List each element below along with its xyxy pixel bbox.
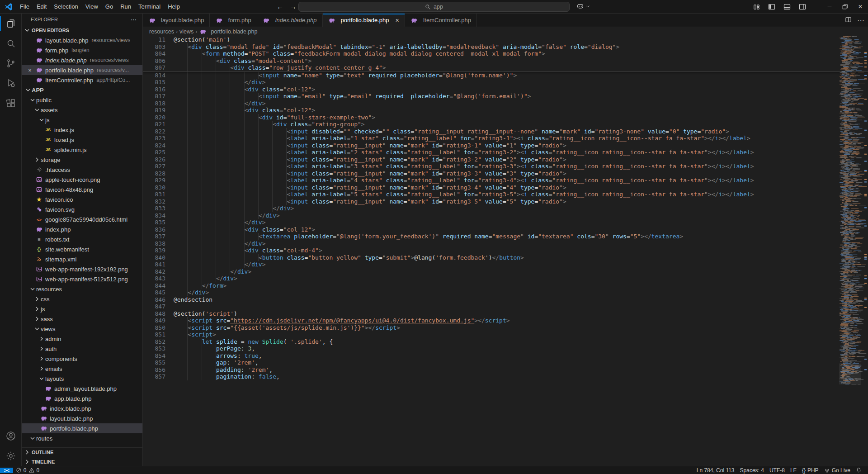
tree-item-css[interactable]: css [22,294,142,304]
cursor-position[interactable]: Ln 784, Col 113 [694,467,737,474]
customize-layout-icon[interactable] [749,0,764,14]
tree-item-lozad.js[interactable]: JSlozad.js [22,135,142,145]
tree-item-app.blade.php[interactable]: app.blade.php [22,393,142,403]
tab-close-icon[interactable]: × [396,17,399,24]
breadcrumb-item-resources[interactable]: resources [149,28,174,35]
tree-item-robots.txt[interactable]: ≡robots.txt [22,234,142,244]
tab-portfolio.blade.php[interactable]: portfolio.blade.php× [323,14,405,27]
explorer-more-icon[interactable]: ⋯ [131,16,137,23]
open-editor-form.php[interactable]: form.phplang/en [22,45,142,55]
problems-indicator[interactable]: 0 0 [13,467,42,474]
tree-item-index.php[interactable]: index.php [22,224,142,234]
code-editor[interactable]: 11@section('main')803 <div class="modal … [143,36,868,466]
toggle-secondary-sidebar-icon[interactable] [795,0,810,14]
settings-gear-icon[interactable] [0,446,22,466]
tree-item-index.js[interactable]: JSindex.js [22,125,142,135]
tree-item-web-app-manifest-512x512.png[interactable]: web-app-manifest-512x512.png [22,274,142,284]
eol-sequence[interactable]: LF [788,467,799,474]
language-mode[interactable]: {} PHP [799,467,821,474]
open-editor-index.blade.php[interactable]: index.blade.phpresources/views [22,55,142,65]
tree-item-favicon-48x48.png[interactable]: favicon-48x48.png [22,185,142,194]
tab-form.php[interactable]: form.php [210,14,257,27]
tree-item-apple-touch-icon.png[interactable]: apple-touch-icon.png [22,175,142,185]
tree-item-emails[interactable]: emails [22,364,142,374]
minimize-icon[interactable] [822,0,837,14]
restore-icon[interactable] [837,0,853,14]
menu-terminal[interactable]: Terminal [135,2,164,11]
toggle-sidebar-icon[interactable] [764,0,779,14]
sticky-scroll: 11@section('main')803 <div class="modal … [143,36,868,72]
tree-item-.htaccess[interactable]: .htaccess [22,165,142,175]
tree-item-resources[interactable]: resources [22,284,142,294]
tree-item-portfolio.blade.php[interactable]: portfolio.blade.php [22,423,142,433]
tab-ItemController.php[interactable]: ItemController.php [405,14,477,27]
tree-item-favicon.ico[interactable]: ★favicon.ico [22,194,142,204]
activity-run-debug-icon[interactable] [0,73,22,93]
editor-more-actions-icon[interactable]: ⋯ [857,16,864,25]
tab-index.blade.php[interactable]: index.blade.php [257,14,323,27]
open-editor-portfolio.blade.php[interactable]: ×portfolio.blade.phpresources/v... [22,65,142,75]
tree-item-components[interactable]: components [22,354,142,364]
tree-item-index.blade.php[interactable]: index.blade.php [22,403,142,413]
tree-item-views[interactable]: views [22,324,142,334]
toggle-panel-icon[interactable] [779,0,795,14]
tree-item-favicon.svg[interactable]: favicon.svg [22,204,142,214]
tree-item-js[interactable]: js [22,115,142,125]
indentation[interactable]: Spaces: 4 [737,467,767,474]
menu-go[interactable]: Go [102,2,117,11]
tree-item-APP[interactable]: APP [22,85,142,95]
outline-header[interactable]: OUTLINE [22,448,142,457]
tree-item-layout.blade.php[interactable]: layout.blade.php [22,413,142,423]
tree-item-admin_layout.blade.php[interactable]: admin_layout.blade.php [22,384,142,393]
open-editor-layout.blade.php[interactable]: layout.blade.phpresources/views [22,35,142,45]
copilot-button[interactable] [576,2,590,10]
minimap[interactable] [839,36,868,385]
tree-item-sitemap.xml[interactable]: sitemap.xml [22,254,142,264]
menu-edit[interactable]: Edit [33,2,50,11]
close-icon[interactable]: × [853,0,868,14]
tree-item-js[interactable]: js [22,304,142,314]
go-live-button[interactable]: Go Live [821,467,853,474]
close-editor-icon[interactable]: × [26,67,33,74]
tree-item-google857ae59940dd05c6.html[interactable]: <>google857ae59940dd05c6.html [22,214,142,224]
code-line: 853 perPage: 3, [143,345,868,352]
tree-item-auth[interactable]: auth [22,344,142,354]
split-editor-icon[interactable] [845,16,852,25]
breadcrumb-item-portfolio.blade.php[interactable]: portfolio.blade.php [199,28,258,35]
tree-item-assets[interactable]: assets [22,105,142,115]
code-line: 849 <script src="https://cdn.jsdelivr.ne… [143,317,868,324]
menu-help[interactable]: Help [164,2,184,11]
tree-item-routes[interactable]: routes [22,433,142,443]
tree-item-admin[interactable]: admin [22,334,142,344]
menu-file[interactable]: File [16,2,33,11]
tree-item-storage[interactable]: storage [22,155,142,165]
tree-item-splide.min.js[interactable]: JSsplide.min.js [22,145,142,155]
menu-selection[interactable]: Selection [50,2,81,11]
code-line: 855 gap: '2rem', [143,359,868,366]
activity-extensions-icon[interactable] [0,93,22,113]
tree-item-site.webmanifest[interactable]: {}site.webmanifest [22,244,142,254]
activity-source-control-icon[interactable] [0,53,22,73]
line-number: 838 [143,240,165,247]
back-arrow[interactable]: ← [277,3,283,10]
menu-run[interactable]: Run [117,2,135,11]
line-number: 832 [143,198,165,205]
open-editors-header[interactable]: OPEN EDITORS [22,25,142,35]
menu-view[interactable]: View [82,2,102,11]
remote-indicator[interactable]: >< [0,468,13,473]
notifications-bell-icon[interactable] [853,467,864,473]
tree-item-web-app-manifest-192x192.png[interactable]: web-app-manifest-192x192.png [22,264,142,274]
encoding[interactable]: UTF-8 [767,467,788,474]
tree-item-layouts[interactable]: layouts [22,374,142,384]
search-input[interactable]: app [298,2,570,12]
tree-item-public[interactable]: public [22,95,142,105]
forward-arrow[interactable]: → [290,3,297,10]
accounts-icon[interactable] [0,426,22,446]
activity-explorer-icon[interactable] [0,14,22,33]
activity-search-icon[interactable] [0,33,22,53]
tab-layout.blade.php[interactable]: layout.blade.php [143,14,210,27]
tree-item-sass[interactable]: sass [22,314,142,324]
timeline-header[interactable]: TIMELINE [22,457,142,466]
breadcrumb-item-views[interactable]: views [179,28,193,35]
open-editor-ItemController.php[interactable]: ItemController.phpapp/Http/Co... [22,75,142,85]
